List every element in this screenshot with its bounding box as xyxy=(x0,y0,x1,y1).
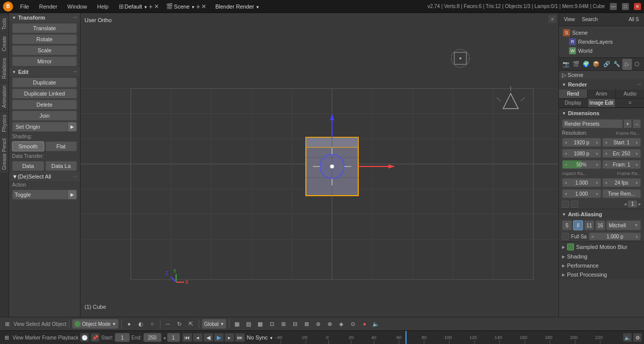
delete-button[interactable]: Delete xyxy=(12,100,77,110)
res-x-arr-right[interactable]: ▸ xyxy=(596,140,599,145)
set-origin-button[interactable]: Set Origin xyxy=(12,122,68,132)
mirror-button[interactable]: Mirror xyxy=(12,56,77,66)
pct-arr-right[interactable]: ▸ xyxy=(596,162,599,167)
record-btn[interactable]: ● xyxy=(359,319,369,329)
global-select[interactable]: Global ▼ xyxy=(202,319,227,329)
full-sa-arr-right[interactable]: ▸ xyxy=(636,234,638,239)
viewport-shading-2[interactable]: ◐ xyxy=(136,319,146,329)
rotate-manipulator-icon[interactable]: ↻ xyxy=(175,319,185,329)
translate-button[interactable]: Translate xyxy=(12,23,77,33)
full-sa-checkbox[interactable] xyxy=(562,233,569,240)
timeline-clock-icon[interactable]: 🕐 xyxy=(80,333,89,342)
image-edit-tab[interactable]: Image Edit xyxy=(588,99,616,107)
fps-arr-right[interactable]: ▸ xyxy=(636,180,638,185)
edit-section-header[interactable]: ▼ Edit ··· xyxy=(9,67,80,76)
performance-section[interactable]: ▶ Performance xyxy=(559,261,644,270)
action-select[interactable]: Toggle xyxy=(12,190,68,200)
aspect-y-field[interactable]: ◂ 1.000 ▸ xyxy=(562,189,601,198)
action-dropdown[interactable]: ▶ xyxy=(68,190,77,200)
res-y-field[interactable]: ◂ 1080 p ▸ xyxy=(562,149,601,158)
frame-marker-3[interactable]: ▩ xyxy=(255,319,265,329)
editor-type-icon[interactable]: ⊞ xyxy=(2,319,12,329)
dimensions-section-header[interactable]: ▼ Dimensions xyxy=(559,108,644,118)
render-section-header[interactable]: ▼ Render ··· xyxy=(559,79,644,90)
duplicate-linked-button[interactable]: Duplicate Linked xyxy=(12,89,77,99)
res-x-field[interactable]: ◂ 1920 p ▸ xyxy=(562,138,601,147)
tab-animation[interactable]: Animation xyxy=(0,82,9,111)
data-button[interactable]: Data xyxy=(12,161,44,171)
eq-tab[interactable]: = xyxy=(616,99,644,107)
rend-tab[interactable]: Rend xyxy=(559,90,588,98)
tab-relations[interactable]: Relations xyxy=(0,55,9,82)
aa-section-header[interactable]: ▼ Anti-Aliasing xyxy=(559,209,644,219)
prop-icon-world[interactable]: 🌍 xyxy=(582,59,591,70)
aspect-x-arr-right[interactable]: ▸ xyxy=(596,180,599,185)
presets-add-btn[interactable]: + xyxy=(624,119,632,128)
start-arr-right[interactable]: ▸ xyxy=(636,140,638,145)
sampled-motion-section[interactable]: ▶ Sampled Motion Blur xyxy=(559,242,644,252)
aspect-y-arr-right[interactable]: ▸ xyxy=(596,191,599,196)
tab-create[interactable]: Create xyxy=(0,33,9,54)
add-scene-icon[interactable]: + xyxy=(196,3,200,11)
menu-file[interactable]: File xyxy=(17,3,32,11)
mitchell-dropdown[interactable]: Mitchell ▼ xyxy=(606,220,641,230)
anim-tab[interactable]: Anim xyxy=(588,90,616,98)
frame-arr-right[interactable]: ▸ xyxy=(636,162,638,167)
frame-marker-5[interactable]: ⊞ xyxy=(278,319,288,329)
timeline-pin-icon[interactable]: 📌 xyxy=(91,333,100,342)
timeline-view-btn[interactable]: View xyxy=(13,335,24,340)
tree-render-layers[interactable]: R RenderLayers xyxy=(561,37,642,46)
timeline-playback-btn[interactable]: Playback xyxy=(58,335,79,340)
checkbox-2[interactable] xyxy=(571,201,578,208)
prev-frame-btn[interactable]: ◂ xyxy=(193,333,203,342)
aa-btn-16[interactable]: 16 xyxy=(595,220,605,230)
tab-grease-pencil[interactable]: Grease Pencil xyxy=(0,135,9,173)
viewport-shading-1[interactable]: ● xyxy=(124,319,134,329)
display-tab[interactable]: Display xyxy=(559,99,588,107)
jump-end-btn[interactable]: ⏭ xyxy=(235,333,245,342)
end-frame-arr[interactable]: ◂ xyxy=(163,335,166,340)
viewport-shading-3[interactable]: ○ xyxy=(147,319,157,329)
arr-right-step[interactable]: ▸ xyxy=(638,201,641,207)
start-field[interactable]: ◂ Start: 1 ▸ xyxy=(602,138,641,147)
prop-icon-material[interactable]: ⬡ xyxy=(632,59,642,70)
audio-tab[interactable]: Audio xyxy=(616,90,644,98)
play-backward-btn[interactable]: ◀ xyxy=(203,333,213,342)
frame-marker-7[interactable]: ⊠ xyxy=(301,319,311,329)
play-btn[interactable]: ▶ xyxy=(214,333,224,342)
smooth-button[interactable]: Smooth xyxy=(12,141,44,151)
frame-marker-9[interactable]: ⊕ xyxy=(325,319,335,329)
checkbox-1[interactable] xyxy=(562,201,569,208)
workspace-select[interactable]: Default ▼ xyxy=(125,4,148,10)
aa-btn-8[interactable]: 8 xyxy=(573,220,583,230)
transform-manipulator-icon[interactable]: ↔ xyxy=(163,319,173,329)
3d-viewport[interactable]: User Ortho xyxy=(80,13,558,317)
post-processing-section[interactable]: ▶ Post Processing xyxy=(559,270,644,279)
timeline-settings-icon[interactable]: ⚙ xyxy=(633,333,642,342)
timeline-frame-btn[interactable]: Frame xyxy=(42,335,57,340)
add-workspace-icon[interactable]: + xyxy=(148,3,152,11)
select-menu[interactable]: Select xyxy=(26,321,40,327)
join-button[interactable]: Join xyxy=(12,111,77,121)
frame-marker-10[interactable]: ◈ xyxy=(336,319,346,329)
deselect-header[interactable]: ▼ (De)Select All ··· xyxy=(9,172,80,181)
duplicate-button[interactable]: Duplicate xyxy=(12,77,77,88)
data-la-button[interactable]: Data La xyxy=(45,161,77,171)
view-tab[interactable]: View xyxy=(561,16,578,23)
frame-marker-6[interactable]: ⊟ xyxy=(290,319,300,329)
jump-start-btn[interactable]: ⏮ xyxy=(182,333,192,342)
prop-icon-render[interactable]: 📷 xyxy=(561,59,571,70)
close-scene-icon[interactable]: ✕ xyxy=(201,3,206,10)
object-menu[interactable]: Object xyxy=(52,321,66,327)
scene-select[interactable]: Scene ▼ xyxy=(174,4,195,10)
window-maximize[interactable]: □ xyxy=(622,3,629,10)
transform-section-header[interactable]: ▼ Transform ··· xyxy=(9,13,80,22)
tab-tools[interactable]: Tools xyxy=(0,15,9,33)
scale-button[interactable]: Scale xyxy=(12,45,77,55)
cube-object[interactable] xyxy=(306,114,395,196)
scale-manipulator-icon[interactable]: ⇱ xyxy=(186,319,196,329)
timeline-audio-icon[interactable]: 🔈 xyxy=(623,333,632,342)
step-field[interactable]: 1 xyxy=(627,200,637,208)
timeline-editor-icon[interactable]: ⊞ xyxy=(2,333,11,342)
flat-button[interactable]: Flat xyxy=(45,141,77,151)
